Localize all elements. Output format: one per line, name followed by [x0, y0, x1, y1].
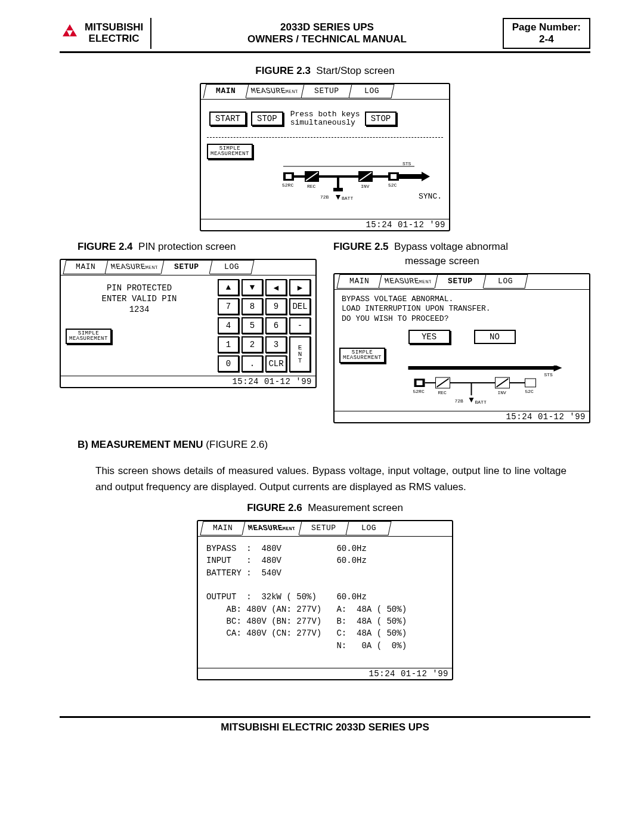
tab-main[interactable]: MAIN: [336, 274, 382, 289]
tab-setup[interactable]: SETUP: [434, 274, 486, 289]
brand-line1: MITSUBISHI: [85, 22, 143, 33]
svg-marker-23: [336, 195, 340, 200]
svg-rect-9: [286, 174, 292, 179]
label-inv: INV: [361, 184, 370, 189]
key-4[interactable]: 4: [218, 317, 239, 334]
lcd-timestamp: 15:24 01-12 '99: [201, 219, 449, 230]
fig24-screen: MAIN MEASUREMENT SETUP LOG PIN PROTECTED…: [60, 259, 317, 388]
label-rec: REC: [307, 184, 316, 189]
lcd-timestamp: 15:24 01-12 '99: [198, 668, 452, 679]
key-▲[interactable]: ▲: [218, 279, 239, 296]
svg-rect-28: [417, 380, 423, 385]
mitsubishi-logo-icon: [60, 24, 80, 42]
key-6[interactable]: 6: [265, 317, 287, 334]
brand-block: MITSUBISHI ELECTRIC: [60, 18, 151, 49]
key-3[interactable]: 3: [265, 336, 287, 353]
measurement-row: BC: 480V (BN: 277V) B: 48A ( 50%): [206, 615, 444, 627]
fig25-caption: FIGURE 2.5 Bypass voltage abnormal: [333, 241, 590, 253]
tab-setup[interactable]: SETUP: [298, 521, 349, 535]
label-sts: STS: [402, 162, 411, 166]
measurement-row: INPUT : 480V 60.0Hz: [206, 555, 444, 566]
page-number-box: Page Number: 2-4: [503, 18, 590, 49]
start-button[interactable]: START: [209, 112, 246, 126]
key-7[interactable]: 7: [218, 298, 239, 315]
key-▼[interactable]: ▼: [242, 279, 263, 296]
simple-measurement-button[interactable]: SIMPLEMEASUREMENT: [66, 329, 112, 344]
label-72b: 72B: [320, 194, 329, 200]
tab-log[interactable]: LOG: [482, 274, 528, 289]
key-◀[interactable]: ◀: [265, 279, 287, 296]
lcd-tabs: MAIN MEASUREMENT SETUP LOG: [198, 521, 452, 537]
section-b-paragraph: This screen shows details of measured va…: [95, 463, 566, 495]
yes-button[interactable]: YES: [408, 330, 450, 344]
label-52c: 52C: [388, 182, 397, 188]
label-52rc: 52RC: [282, 182, 293, 188]
svg-text:52RC: 52RC: [413, 389, 425, 394]
svg-text:REC: REC: [438, 390, 447, 395]
key-2[interactable]: 2: [242, 336, 263, 353]
svg-line-36: [497, 379, 509, 387]
brand-line2: ELECTRIC: [85, 33, 143, 45]
pin-message: PIN PROTECTED ENTER VALID PIN 1234: [66, 279, 213, 320]
svg-text:BATT: BATT: [475, 400, 487, 405]
svg-marker-4: [66, 24, 73, 30]
pin-keypad: ▲▼◀▶789DEL456-123ENT0.CLR: [218, 279, 311, 372]
tab-log[interactable]: LOG: [345, 521, 391, 535]
tab-log[interactable]: LOG: [348, 84, 394, 98]
lcd-timestamp: 15:24 01-12 '99: [335, 411, 589, 422]
key-▶[interactable]: ▶: [289, 279, 311, 296]
stop-button-2[interactable]: STOP: [365, 112, 397, 126]
fig24-caption: FIGURE 2.4 PIN protection screen: [60, 241, 317, 253]
tab-setup[interactable]: SETUP: [301, 84, 352, 98]
svg-rect-18: [391, 174, 397, 179]
no-button[interactable]: NO: [474, 330, 516, 344]
tab-main[interactable]: MAIN: [200, 521, 246, 535]
key-8[interactable]: 8: [242, 298, 263, 315]
key-clr[interactable]: CLR: [265, 355, 287, 372]
key-9[interactable]: 9: [265, 298, 287, 315]
lcd-tabs: MAIN MEASUREMENT SETUP LOG: [201, 84, 449, 100]
key-ent[interactable]: ENT: [289, 336, 311, 372]
tab-setup[interactable]: SETUP: [160, 260, 212, 274]
hint-text: Press both keyssimultaneously: [290, 110, 360, 128]
tab-log[interactable]: LOG: [208, 260, 254, 274]
fig26-screen: MAIN MEASUREMENT SETUP LOG BYPASS : 480V…: [197, 520, 453, 680]
tab-measurement[interactable]: MEASUREMENT: [378, 274, 438, 289]
simple-measurement-button[interactable]: SIMPLEMEASUREMENT: [207, 144, 253, 159]
fig23-screen: MAIN MEASUREMENT SETUP LOG START STOP Pr…: [200, 83, 450, 231]
label-batt: BATT: [342, 196, 353, 201]
fig26-caption: FIGURE 2.6 Measurement screen: [60, 502, 590, 514]
tab-measurement[interactable]: MEASUREMENT: [104, 260, 165, 274]
simple-measurement-button[interactable]: SIMPLEMEASUREMENT: [339, 348, 385, 363]
tab-measurement[interactable]: MEASUREMENT: [242, 521, 302, 535]
lcd-timestamp: 15:24 01-12 '99: [61, 376, 315, 387]
key-0[interactable]: 0: [218, 355, 239, 372]
stop-button[interactable]: STOP: [251, 112, 283, 126]
tab-main[interactable]: MAIN: [63, 260, 109, 274]
key-1[interactable]: 1: [218, 336, 239, 353]
svg-rect-22: [333, 188, 343, 191]
bypass-message: BYPASS VOLTAGE ABNORMAL. LOAD INTERRUPTI…: [339, 293, 584, 325]
svg-marker-5: [63, 30, 70, 36]
tab-measurement[interactable]: MEASUREMENT: [244, 84, 305, 98]
tab-main[interactable]: MAIN: [203, 84, 249, 98]
key-5[interactable]: 5: [242, 317, 263, 334]
fig25-screen: MAIN MEASUREMENT SETUP LOG BYPASS VOLTAG…: [333, 273, 590, 423]
section-b-heading: B) MEASUREMENT MENU (FIGURE 2.6): [78, 439, 590, 451]
measurement-row: [206, 579, 444, 591]
power-flow-diagram: STS 52RC REC INV 52C 72B: [339, 366, 584, 407]
measurement-row: OUTPUT : 32kW ( 50%) 60.0Hz: [206, 591, 444, 603]
fig25-caption-2: message screen: [333, 255, 590, 267]
svg-marker-25: [554, 366, 562, 371]
key-del[interactable]: DEL: [289, 298, 311, 315]
key--[interactable]: -: [289, 317, 311, 334]
key-.[interactable]: .: [242, 355, 263, 372]
measurement-row: N: 0A ( 0%): [206, 640, 444, 652]
svg-marker-6: [70, 30, 77, 36]
lcd-tabs: MAIN MEASUREMENT SETUP LOG: [335, 274, 589, 290]
svg-line-31: [437, 379, 449, 387]
fig23-caption: FIGURE 2.3 Start/Stop screen: [60, 65, 590, 77]
measurement-row: AB: 480V (AN: 277V) A: 48A ( 50%): [206, 603, 444, 615]
svg-text:72B: 72B: [455, 398, 464, 404]
lcd-tabs: MAIN MEASUREMENT SETUP LOG: [61, 260, 315, 275]
